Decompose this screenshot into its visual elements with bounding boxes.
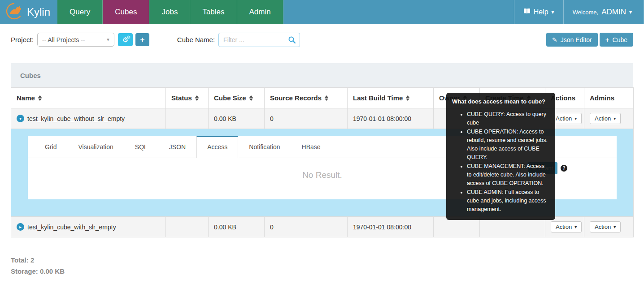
collapse-row-icon[interactable]: ▾ <box>17 115 24 122</box>
column-header-status[interactable]: Status <box>166 88 209 108</box>
tab-visualization[interactable]: Visualization <box>67 136 124 158</box>
brand[interactable]: Kylin <box>0 0 57 24</box>
json-editor-label: Json Editor <box>561 36 592 43</box>
cube-name-label: Cube Name: <box>177 36 215 43</box>
popover-item: CUBE OPERATION: Access to rebuild, resum… <box>467 128 549 162</box>
chevron-down-icon: ▾ <box>614 224 616 229</box>
column-header-last-build-time[interactable]: Last Build Time <box>348 88 434 108</box>
chevron-down-icon: ▾ <box>574 224 577 229</box>
popover-item: CUBE QUERY: Access to query cube <box>467 110 549 127</box>
plus-icon: + <box>605 36 609 43</box>
total-count: Total: 2 <box>11 254 644 266</box>
nav-item-query[interactable]: Query <box>57 0 103 24</box>
status-cell <box>166 108 209 129</box>
cube-name[interactable]: test_kylin_cube_with_slr_empty <box>27 224 116 231</box>
cube-name-cell: ▾ test_kylin_cube_without_slr_empty <box>11 108 166 129</box>
column-header-cube-size[interactable]: Cube Size <box>209 88 265 108</box>
tab-json[interactable]: JSON <box>158 136 196 158</box>
sort-icon <box>325 95 328 101</box>
total-storage: Storage: 0.00 KB <box>11 266 644 277</box>
chevron-down-icon: ▾ <box>629 9 632 15</box>
tab-hbase[interactable]: HBase <box>291 136 331 158</box>
help-dropdown[interactable]: Help ▾ <box>514 0 563 24</box>
popover-list: CUBE QUERY: Access to query cube CUBE OP… <box>452 110 549 214</box>
add-cube-label: Cube <box>613 36 627 43</box>
row-action-button[interactable]: Action▾ <box>551 221 582 232</box>
popover-item: CUBE ADMIN: Full access to cube and jobs… <box>467 188 549 214</box>
search-icon[interactable] <box>288 36 296 46</box>
admin-action-button[interactable]: Action▾ <box>590 113 621 124</box>
project-settings-button[interactable]: ⚙ ⚙ <box>118 33 133 46</box>
column-header-source-records[interactable]: Source Records <box>265 88 348 108</box>
tab-grid[interactable]: Grid <box>34 136 67 158</box>
tab-notification[interactable]: Notification <box>238 136 291 158</box>
project-select[interactable]: -- All Projects -- ▾ <box>37 33 114 47</box>
toolbar-divider <box>0 54 644 54</box>
tab-access[interactable]: Access <box>196 136 238 158</box>
cube-size-cell: 0.00 KB <box>209 217 265 237</box>
access-help-popover: What does access mean to cube? CUBE QUER… <box>446 93 555 220</box>
gears-icon-small: ⚙ <box>127 35 131 39</box>
plus-icon: + <box>140 35 144 44</box>
status-cell <box>166 217 209 237</box>
nav-item-jobs[interactable]: Jobs <box>149 0 190 24</box>
main-nav: Query Cubes Jobs Tables Admin <box>57 0 283 24</box>
admin-action-button[interactable]: Action▾ <box>590 221 621 232</box>
sort-icon <box>406 95 409 101</box>
sort-icon <box>195 95 199 101</box>
admins-cell: Action▾ <box>584 217 634 237</box>
column-header-name[interactable]: Name <box>11 88 166 108</box>
source-records-cell: 0 <box>265 217 348 237</box>
welcome-label: Welcome, <box>573 9 599 16</box>
username: ADMIN <box>601 8 626 17</box>
add-project-button[interactable]: + <box>135 33 149 46</box>
cube-name[interactable]: test_kylin_cube_without_slr_empty <box>27 115 125 122</box>
project-label: Project: <box>11 36 34 43</box>
cube-name-cell: ▸ test_kylin_cube_with_slr_empty <box>11 217 166 237</box>
last-build-time-cell: 1970-01-01 08:00:00 <box>348 217 434 237</box>
top-navbar: Kylin Query Cubes Jobs Tables Admin Help… <box>0 0 644 24</box>
help-label: Help <box>534 8 548 16</box>
chevron-down-icon: ▾ <box>574 116 577 121</box>
chevron-down-icon: ▾ <box>552 9 554 15</box>
popover-item: CUBE MANAGEMENT: Access to edit/delete c… <box>467 162 549 188</box>
panel-title: Cubes <box>11 63 633 87</box>
navbar-right: Help ▾ Welcome, ADMIN ▾ <box>514 0 644 24</box>
book-icon <box>523 8 531 16</box>
sort-icon <box>249 95 253 101</box>
cube-filter <box>218 33 300 47</box>
column-header-admins: Admins <box>584 88 634 108</box>
user-dropdown[interactable]: Welcome, ADMIN ▾ <box>563 0 644 24</box>
source-records-cell: 0 <box>265 108 348 129</box>
nav-item-cubes[interactable]: Cubes <box>103 0 149 24</box>
nav-item-admin[interactable]: Admin <box>237 0 283 24</box>
chevron-down-icon: ▾ <box>107 37 109 43</box>
pencil-square-icon: ✎ <box>552 36 557 43</box>
last-build-time-cell: 1970-01-01 08:00:00 <box>348 108 434 129</box>
project-selected-value: -- All Projects -- <box>42 36 85 43</box>
access-help-icon[interactable]: ? <box>561 165 567 172</box>
admins-cell: Action▾ <box>584 108 634 129</box>
brand-title: Kylin <box>27 6 50 18</box>
chevron-down-icon: ▾ <box>614 116 616 121</box>
expand-row-icon[interactable]: ▸ <box>17 223 24 231</box>
nav-item-tables[interactable]: Tables <box>190 0 237 24</box>
popover-title: What does access mean to cube? <box>452 97 549 106</box>
toolbar: Project: -- All Projects -- ▾ ⚙ ⚙ + Cube… <box>11 32 633 47</box>
cube-size-cell: 0.00 KB <box>209 108 265 129</box>
row-action-button[interactable]: Action▾ <box>551 113 582 124</box>
kylin-logo-icon <box>5 2 23 22</box>
sort-icon <box>38 95 42 101</box>
summary: Total: 2 Storage: 0.00 KB <box>11 254 644 277</box>
json-editor-button[interactable]: ✎ Json Editor <box>546 33 598 47</box>
add-cube-button[interactable]: + Cube <box>600 33 633 47</box>
tab-sql[interactable]: SQL <box>124 136 158 158</box>
